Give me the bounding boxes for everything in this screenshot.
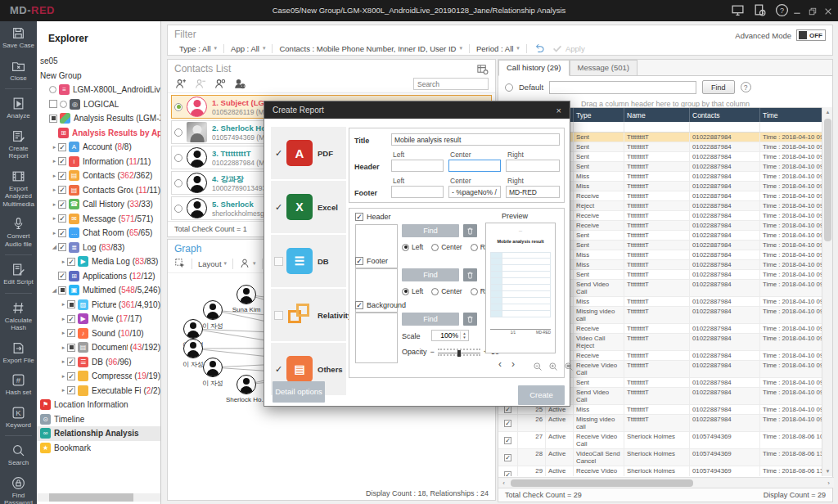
- filter-field-3[interactable]: Period : All▾: [470, 44, 527, 53]
- contact-radio[interactable]: [174, 154, 182, 162]
- opacity-slider[interactable]: [438, 349, 480, 356]
- tree-item[interactable]: ⊞Analysis Results by App: [37, 126, 160, 141]
- background-checkbox[interactable]: ✓Background: [355, 301, 406, 309]
- nav-item-search[interactable]: Search: [0, 439, 37, 471]
- contact-radio[interactable]: [174, 205, 182, 213]
- tree-expand-icon[interactable]: ▸: [60, 373, 67, 380]
- nav-item-find-password[interactable]: Find Password: [0, 471, 37, 504]
- column-header-Time[interactable]: Time: [760, 108, 822, 122]
- opacity-slider-knob[interactable]: [457, 350, 461, 357]
- tree-checkbox[interactable]: ✓: [58, 172, 66, 180]
- tree-checkbox[interactable]: ✓: [58, 214, 66, 223]
- tree-expand-icon[interactable]: ▸: [51, 187, 58, 193]
- format-checkbox[interactable]: [274, 311, 283, 320]
- row-checkbox[interactable]: ✓: [504, 437, 511, 444]
- person-remove-icon[interactable]: [194, 78, 206, 90]
- tree-item[interactable]: New Group: [37, 69, 160, 83]
- tree-checkbox[interactable]: [67, 300, 75, 308]
- tree-checkbox[interactable]: ✓: [58, 143, 66, 151]
- tree-checkbox[interactable]: [67, 344, 75, 352]
- format-checkbox[interactable]: ✓: [274, 203, 283, 212]
- hscroll-thumb[interactable]: [511, 479, 693, 487]
- footer-find-button[interactable]: Find: [402, 268, 459, 281]
- tree-item[interactable]: ▸✓Compressed File(19/19): [37, 369, 160, 384]
- find-input[interactable]: [549, 81, 696, 94]
- call-row[interactable]: ✓29ActiveReceive Video CallSherlock Holm…: [498, 466, 822, 476]
- tree-item[interactable]: se05: [37, 54, 160, 69]
- tree-expand-icon[interactable]: ◢: [51, 244, 58, 250]
- tree-item[interactable]: ≡LGM-X800L_AndroidLive_20190128_Jane: [37, 83, 160, 97]
- opacity-minus[interactable]: −: [430, 348, 435, 356]
- tree-item[interactable]: ▸✓AAccount(8/8): [37, 140, 160, 155]
- tree-checkbox[interactable]: ✓: [67, 315, 75, 323]
- align-radio-left[interactable]: Left: [402, 243, 423, 251]
- tree-item[interactable]: ★Bookmark: [37, 441, 160, 456]
- report-status-icon[interactable]: [753, 3, 767, 17]
- align-radio-center[interactable]: Center: [431, 243, 462, 251]
- scale-arrows[interactable]: ▲▼: [460, 331, 468, 340]
- contact-radio[interactable]: [174, 179, 182, 187]
- explorer-hscroll-thumb[interactable]: [49, 493, 133, 502]
- tree-item[interactable]: ▸✓▤Contacts(362/362): [37, 169, 160, 183]
- align-radio-left[interactable]: Left: [402, 287, 423, 295]
- tree-expand-icon[interactable]: ▸: [60, 358, 67, 365]
- create-button[interactable]: Create: [518, 385, 565, 405]
- tree-checkbox[interactable]: ✓: [67, 386, 75, 394]
- restore-button[interactable]: [808, 5, 818, 15]
- call-row[interactable]: ✓28ActiveVideoCall Send CancelSherlock H…: [498, 449, 822, 466]
- tree-expand-icon[interactable]: ◢: [51, 287, 58, 294]
- nav-item-convert-audio-file[interactable]: Convert Audio file: [0, 212, 37, 252]
- tree-checkbox[interactable]: ✓: [58, 272, 66, 280]
- header-find-button[interactable]: Find: [402, 224, 459, 237]
- format-option-db[interactable]: ☰DB: [271, 235, 346, 287]
- footer-left-input[interactable]: [391, 186, 444, 198]
- tab-call-history[interactable]: Call history (29): [498, 60, 570, 76]
- screenshot-icon[interactable]: [731, 3, 745, 17]
- background-find-button[interactable]: Find: [402, 313, 459, 326]
- tree-expand-icon[interactable]: ▸: [60, 330, 67, 336]
- header-right-input[interactable]: [506, 160, 560, 172]
- filter-field-1[interactable]: App : All▾: [224, 44, 273, 53]
- nav-item-hash-set[interactable]: #Hash set: [0, 368, 37, 401]
- filter-cell[interactable]: [574, 122, 624, 132]
- tree-expand-icon[interactable]: ▸: [60, 387, 67, 394]
- find-button[interactable]: Find: [702, 80, 735, 94]
- advanced-mode-toggle[interactable]: OFF: [796, 29, 826, 41]
- tree-radio[interactable]: [49, 86, 56, 93]
- reset-filter-icon[interactable]: [534, 43, 545, 54]
- scale-spinner[interactable]: 100% ▲▼: [431, 330, 469, 341]
- preview-prev-icon[interactable]: ‹: [498, 358, 502, 370]
- footer-right-input[interactable]: [506, 186, 560, 198]
- dialog-close-icon[interactable]: ×: [556, 106, 561, 115]
- apply-button[interactable]: Apply: [552, 43, 585, 54]
- row-checkbox[interactable]: ✓: [504, 471, 511, 477]
- nav-item-create-report[interactable]: Create Report: [0, 124, 37, 164]
- hscroll-left-arrow[interactable]: ‹: [498, 479, 509, 487]
- tree-expand-icon[interactable]: ▸: [60, 344, 67, 351]
- format-checkbox[interactable]: [274, 257, 283, 266]
- nav-item-analyze[interactable]: Analyze: [0, 92, 37, 124]
- nav-item-close[interactable]: Close: [0, 54, 37, 87]
- detail-options-button[interactable]: Detail options: [273, 381, 325, 403]
- header-center-input[interactable]: [448, 160, 501, 172]
- tree-item[interactable]: ◢▣Multimedia(548/5,246): [37, 283, 160, 298]
- tree-checkbox[interactable]: ✓: [58, 157, 66, 165]
- grid-settings-icon[interactable]: [476, 63, 489, 75]
- call-row[interactable]: ✓27ActiveReceive Video CallSherlock Holm…: [498, 432, 822, 449]
- tree-checkbox[interactable]: ✓: [58, 186, 66, 194]
- explorer-hscrollbar[interactable]: [37, 493, 160, 502]
- grid-vscrollbar[interactable]: ▲ ▼: [822, 107, 832, 476]
- minimize-button[interactable]: [792, 5, 802, 15]
- tree-expand-icon[interactable]: ▸: [51, 201, 58, 208]
- vscroll-thumb[interactable]: [824, 119, 831, 241]
- tree-checkbox[interactable]: [58, 286, 66, 295]
- filter-cell[interactable]: [624, 122, 690, 132]
- column-header-Name[interactable]: Name: [624, 108, 690, 122]
- select-cursor-icon[interactable]: [174, 258, 186, 269]
- tree-expand-icon[interactable]: ▸: [51, 158, 58, 164]
- graph-node[interactable]: [203, 300, 223, 320]
- tree-expand-icon[interactable]: ▸: [51, 230, 58, 236]
- header-checkbox[interactable]: ✓Header: [355, 213, 391, 221]
- tree-item[interactable]: ▸▨Picture(361/4,910): [37, 298, 160, 313]
- column-header-Contacts[interactable]: Contacts: [690, 108, 760, 122]
